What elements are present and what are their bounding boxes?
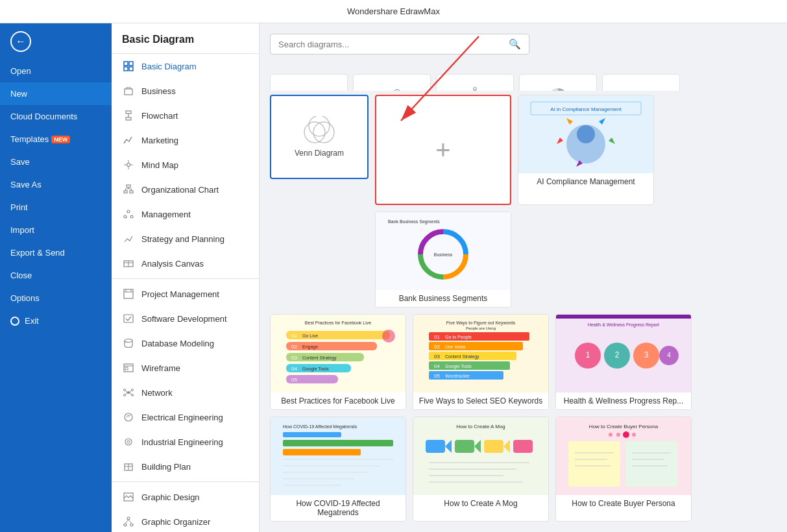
cat-flowchart-label: Flowchart [141,111,178,121]
svg-rect-34 [125,367,128,370]
tmpl-mog-label: How to Create A Mog [413,495,548,512]
templates-section: + AI in Compliance Management [375,95,777,308]
sidebar-item-new[interactable]: New [0,82,112,105]
cat-electrical-label: Electrical Engineering [141,413,223,422]
svg-point-84 [309,116,330,136]
cat-management-label: Management [141,210,191,219]
cat-orgchart[interactable]: Organizational Chart [112,177,259,202]
svg-rect-13 [127,185,130,187]
cat-divider-2 [112,481,259,482]
svg-point-45 [125,439,132,445]
tmpl-buyer[interactable]: How to Create Buyer Persona [555,417,692,522]
svg-text:Use Ideas: Use Ideas [445,345,466,349]
svg-rect-30 [124,315,133,322]
svg-point-164 [616,433,620,437]
tmpl-seo[interactable]: Five Ways to Figure out Keywords People … [413,314,549,410]
cat-analysis-label: Analysis Canvas [141,259,204,269]
tmpl-covid-svg: How COVID-19 Affected Megatrends [280,420,396,492]
svg-text:05: 05 [434,373,440,379]
sidebar-item-export[interactable]: Export & Send [0,241,112,264]
svg-text:3: 3 [644,350,649,359]
cat-wireframe[interactable]: Wireframe [112,356,259,380]
svg-rect-2 [124,67,128,71]
shape-lists[interactable]: Lists [602,74,680,91]
new-blank-card[interactable]: + [375,95,511,205]
tmpl-ai-compliance[interactable]: AI in Compliance Management [518,95,654,205]
cat-basic-diagram[interactable]: Basic Diagram [112,54,259,79]
cat-marketing[interactable]: Marketing [112,128,259,152]
svg-line-43 [130,393,132,395]
tmpl-mog-svg: How to Create A Mog [422,420,539,492]
cat-flowchart[interactable]: Flowchart [112,103,259,128]
svg-text:Content Strategy: Content Strategy [445,354,479,359]
analysis-icon [122,257,135,270]
sidebar-item-options[interactable]: Options [0,287,112,309]
cat-strategy-label: Strategy and Planning [141,234,224,244]
svg-point-37 [132,389,134,391]
shape-block[interactable]: Block Diagram [353,74,431,91]
sidebar-item-cloud[interactable]: Cloud Documents [0,105,112,128]
cat-database[interactable]: Database Modeling [112,331,259,356]
cat-organizer[interactable]: Graphic Organizer [112,509,259,532]
tmpl-mog[interactable]: How to Create A Mog [413,417,549,522]
back-circle-icon: ← [10,31,31,52]
cat-marketing-label: Marketing [141,136,178,145]
cat-wireframe-label: Wireframe [141,363,180,373]
search-icon[interactable]: 🔍 [509,38,521,50]
svg-line-55 [128,520,132,524]
building-icon [122,460,135,473]
cat-management[interactable]: Management [112,202,259,226]
cat-business[interactable]: Business [112,79,259,103]
search-input[interactable] [278,40,509,49]
svg-point-83 [313,122,334,143]
tmpl-health[interactable]: Health & Wellness Progress Report 1 2 3 … [555,314,692,410]
cat-electrical[interactable]: Electrical Engineering [112,405,259,429]
cat-strategy[interactable]: Strategy and Planning [112,226,259,251]
sidebar-item-import[interactable]: Import [0,219,112,241]
tmpl-covid[interactable]: How COVID-19 Affected Megatrends How COV… [270,417,406,522]
venn-diagram-card[interactable]: Venn Diagram [270,95,369,179]
tmpl-facebook[interactable]: Best Practices for Facebook Live 01 Go L… [270,314,406,410]
svg-rect-4 [125,89,132,95]
new-plus-icon: + [435,136,450,165]
cat-mindmap[interactable]: Mind Map [112,152,259,177]
back-button[interactable]: ← [0,23,112,60]
svg-text:Five Ways to Figure out Keywor: Five Ways to Figure out Keywords [446,320,516,326]
svg-text:2: 2 [615,350,620,359]
svg-rect-14 [124,191,127,193]
main-content-row: Venn Diagram + [270,95,777,308]
sidebar-item-saveas[interactable]: Save As [0,173,112,196]
sidebar: ← Open New Cloud Documents Templates NEW… [0,23,112,532]
sidebar-item-templates[interactable]: Templates NEW [0,128,112,151]
shape-arrows[interactable]: Arrows [270,74,348,91]
network-icon [122,386,135,399]
cat-project-mgmt[interactable]: Project Management [112,282,259,306]
cat-graphic-label: Graphic Design [141,492,200,502]
sidebar-item-exit[interactable]: Exit [0,309,112,332]
cat-divider-1 [112,278,259,279]
svg-point-22 [130,215,133,218]
sidebar-item-close[interactable]: Close [0,264,112,287]
cat-analysis[interactable]: Analysis Canvas [112,251,259,276]
cat-graphic[interactable]: Graphic Design [112,485,259,509]
svg-point-163 [609,433,612,437]
svg-rect-5 [126,111,131,114]
svg-text:Best Practices for Facebook Li: Best Practices for Facebook Live [305,320,371,325]
cat-software[interactable]: Software Development [112,306,259,331]
marketing-icon [122,134,135,147]
cat-network[interactable]: Network [112,380,259,405]
cat-industrial[interactable]: Industrial Engineering [112,429,259,454]
sidebar-item-save[interactable]: Save [0,151,112,173]
sidebar-item-print[interactable]: Print [0,196,112,219]
cat-building[interactable]: Building Plan [112,454,259,479]
strategy-icon [122,232,135,245]
shape-circular[interactable]: Circular Diagram [519,74,597,91]
cat-mindmap-label: Mind Map [141,160,178,170]
tmpl-ai-label: AI Compliance Management [518,173,653,190]
svg-text:02: 02 [291,344,297,350]
shape-circle-spoke[interactable]: Circle-Spoke Diagram [436,74,514,91]
sidebar-item-open[interactable]: Open [0,60,112,82]
tmpl-bank-thumb: Bank Business Segments Business [376,212,511,290]
svg-point-31 [125,339,132,343]
tmpl-bank[interactable]: Bank Business Segments Business Bank Bus… [375,212,511,308]
